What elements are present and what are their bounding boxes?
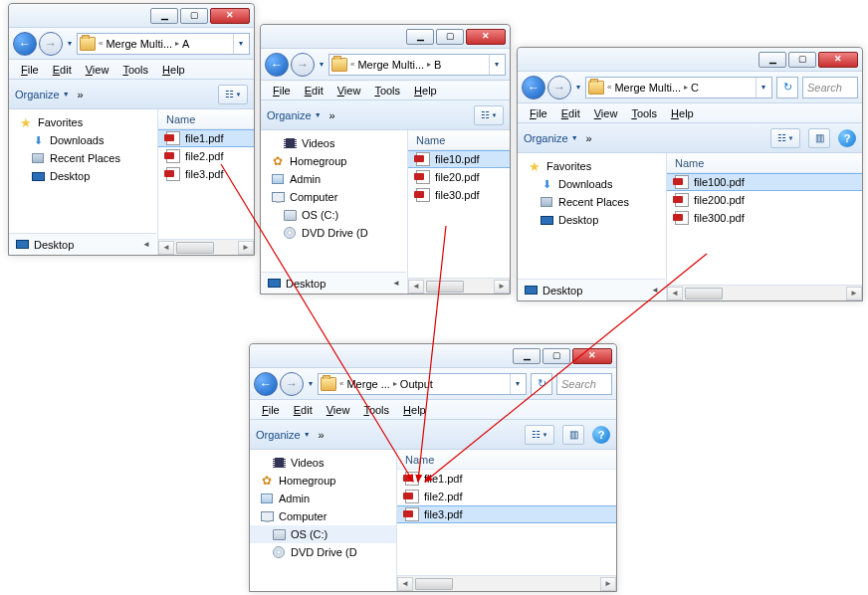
sidebar-os[interactable]: OS (C:)	[250, 525, 396, 543]
address-bar[interactable]: « Merge Multi... ▸ C ▾	[585, 77, 772, 99]
view-button[interactable]: ☷▼	[770, 128, 800, 148]
close-button[interactable]: ✕	[572, 348, 612, 364]
sidebar-admin[interactable]: Admin	[261, 170, 407, 188]
scroll-thumb[interactable]	[685, 288, 723, 299]
menu-file[interactable]: File	[524, 106, 553, 120]
file-row[interactable]: file2.pdf	[158, 147, 254, 165]
minimize-button[interactable]: ▁	[759, 52, 786, 68]
nav-history-dropdown[interactable]: ▾	[317, 60, 326, 69]
close-button[interactable]: ✕	[818, 52, 858, 68]
file-row[interactable]: file1.pdf	[397, 470, 616, 488]
breadcrumb[interactable]: Output	[400, 378, 433, 390]
back-button[interactable]: ←	[254, 372, 278, 396]
menu-tools[interactable]: Tools	[625, 106, 663, 120]
horizontal-scrollbar[interactable]: ◄ ►	[158, 239, 254, 255]
file-row[interactable]: file3.pdf	[397, 505, 616, 523]
maximize-button[interactable]: ▢	[436, 29, 464, 45]
horizontal-scrollbar[interactable]: ◄ ►	[667, 285, 862, 300]
address-bar[interactable]: « Merge ... ▸ Output ▾	[318, 373, 527, 395]
menu-edit[interactable]: Edit	[288, 403, 319, 417]
refresh-button[interactable]: ↻	[776, 77, 798, 99]
file-pane[interactable]: Name file100.pdf file200.pdf file300.pdf	[667, 153, 862, 300]
column-header-name[interactable]: Name	[397, 450, 616, 470]
forward-button[interactable]: →	[39, 32, 63, 56]
file-row[interactable]: file3.pdf	[158, 165, 254, 183]
sidebar-desktop[interactable]: Desktop	[518, 211, 666, 229]
scroll-left[interactable]: ◄	[667, 287, 683, 300]
sidebar-footer[interactable]: Desktop◄	[261, 272, 406, 294]
scroll-right[interactable]: ►	[600, 577, 616, 591]
breadcrumb[interactable]: Merge Multi...	[106, 38, 172, 50]
menu-tools[interactable]: Tools	[357, 403, 395, 417]
breadcrumb[interactable]: A	[182, 38, 189, 50]
sidebar-dvd[interactable]: DVD Drive (D	[261, 224, 407, 242]
organize-button[interactable]: Organize ▼	[267, 109, 322, 121]
favorites-group[interactable]: ★Favorites	[9, 113, 157, 131]
menu-edit[interactable]: Edit	[47, 63, 78, 77]
file-pane[interactable]: Name file10.pdf file20.pdf file30.pdf	[408, 130, 510, 294]
sidebar-recent[interactable]: Recent Places	[518, 193, 666, 211]
view-button[interactable]: ☷▼	[218, 85, 248, 104]
maximize-button[interactable]: ▢	[542, 348, 570, 364]
breadcrumb[interactable]: B	[434, 59, 441, 71]
titlebar[interactable]: ▁ ▢ ✕	[518, 48, 862, 72]
back-button[interactable]: ←	[13, 32, 37, 56]
scroll-right[interactable]: ►	[494, 280, 510, 294]
sidebar-footer[interactable]: Desktop◄	[9, 233, 156, 255]
file-row[interactable]: file30.pdf	[408, 186, 510, 204]
sidebar-videos[interactable]: Videos	[261, 134, 407, 152]
forward-button[interactable]: →	[547, 76, 571, 99]
menu-tools[interactable]: Tools	[116, 63, 154, 77]
sidebar-dvd[interactable]: DVD Drive (D	[250, 543, 396, 561]
horizontal-scrollbar[interactable]: ◄ ►	[397, 575, 616, 591]
scroll-right[interactable]: ►	[846, 287, 862, 300]
menu-file[interactable]: File	[256, 403, 286, 417]
file-row[interactable]: file300.pdf	[667, 209, 862, 227]
menu-edit[interactable]: Edit	[555, 106, 586, 120]
view-button[interactable]: ☷▼	[474, 105, 504, 125]
sidebar-downloads[interactable]: ⬇Downloads	[518, 175, 666, 193]
sidebar-footer[interactable]: Desktop◄	[518, 279, 665, 300]
titlebar[interactable]: ▁ ▢ ✕	[261, 25, 510, 49]
close-button[interactable]: ✕	[466, 29, 506, 45]
address-dropdown[interactable]: ▾	[233, 34, 247, 54]
help-button[interactable]: ?	[838, 129, 856, 147]
nav-history-dropdown[interactable]: ▾	[306, 379, 316, 388]
back-button[interactable]: ←	[265, 53, 289, 77]
maximize-button[interactable]: ▢	[788, 52, 816, 68]
toolbar-overflow[interactable]: »	[319, 429, 325, 441]
close-button[interactable]: ✕	[210, 8, 250, 24]
menu-tools[interactable]: Tools	[368, 84, 406, 98]
search-input[interactable]: Search	[556, 373, 612, 395]
menu-help[interactable]: Help	[408, 84, 443, 98]
address-dropdown[interactable]: ▾	[510, 374, 524, 394]
file-row[interactable]: file200.pdf	[667, 191, 862, 209]
file-pane[interactable]: Name file1.pdf file2.pdf file3.pdf	[397, 450, 616, 591]
menu-edit[interactable]: Edit	[299, 84, 329, 98]
sidebar-recent[interactable]: Recent Places	[9, 149, 157, 167]
forward-button[interactable]: →	[291, 53, 315, 77]
scroll-thumb[interactable]	[426, 281, 464, 293]
address-bar[interactable]: « Merge Multi... ▸ A ▾	[77, 33, 250, 55]
file-pane[interactable]: Name file1.pdf file2.pdf file3.pdf	[158, 109, 254, 255]
nav-history-dropdown[interactable]: ▾	[573, 83, 583, 92]
minimize-button[interactable]: ▁	[406, 29, 434, 45]
organize-button[interactable]: Organize ▼	[15, 89, 70, 100]
toolbar-overflow[interactable]: »	[586, 132, 592, 144]
menu-help[interactable]: Help	[397, 403, 432, 417]
address-dropdown[interactable]: ▾	[489, 55, 503, 75]
search-input[interactable]: Search	[802, 77, 858, 99]
menu-help[interactable]: Help	[665, 106, 700, 120]
back-button[interactable]: ←	[522, 76, 545, 99]
menu-view[interactable]: View	[80, 63, 115, 77]
sidebar-homegroup[interactable]: ✿Homegroup	[261, 152, 407, 170]
breadcrumb[interactable]: C	[691, 82, 699, 94]
scroll-left[interactable]: ◄	[408, 280, 424, 294]
help-button[interactable]: ?	[592, 426, 610, 444]
toolbar-overflow[interactable]: »	[329, 109, 335, 121]
sidebar-homegroup[interactable]: ✿Homegroup	[250, 472, 396, 490]
menu-view[interactable]: View	[321, 403, 356, 417]
breadcrumb[interactable]: Merge ...	[346, 378, 389, 390]
preview-pane-button[interactable]: ▥	[808, 128, 830, 148]
column-header-name[interactable]: Name	[667, 153, 862, 173]
